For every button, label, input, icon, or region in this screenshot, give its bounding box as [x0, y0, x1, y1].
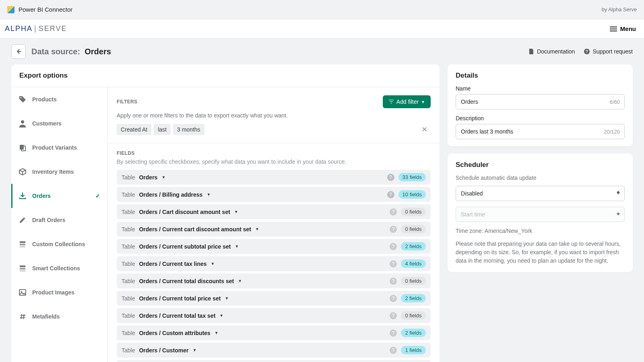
sidebar-item-smart[interactable]: Smart Collections: [11, 256, 107, 280]
sidebar-item-custom[interactable]: Custom Collections: [11, 232, 107, 256]
field-count-badge: 2 fields: [401, 242, 426, 251]
chevron-down-icon: ▼: [211, 261, 215, 266]
table-name: Orders / Current total discounts set: [139, 278, 234, 284]
help-icon[interactable]: ?: [390, 226, 397, 233]
field-table-row[interactable]: TableOrders / Current total price set▼?2…: [117, 291, 431, 306]
field-count-badge: 0 fields: [401, 311, 426, 320]
field-count-badge: 2 fields: [401, 294, 426, 302]
help-icon[interactable]: ?: [387, 191, 394, 198]
filters-description: Apply one or more filters to the data to…: [117, 112, 431, 119]
export-options-title: Export options: [11, 64, 440, 87]
field-table-row[interactable]: TableOrders / Current total discounts se…: [117, 274, 431, 288]
breadcrumb-name: Orders: [85, 47, 111, 56]
field-table-row[interactable]: TableOrders / Current total tax set▼?0 f…: [117, 308, 431, 323]
table-prefix: Table: [122, 191, 135, 198]
filter-chip[interactable]: 3 months: [173, 124, 204, 135]
chevron-down-icon: ▼: [234, 210, 238, 214]
stack-icon: [19, 240, 27, 248]
table-prefix: Table: [122, 226, 135, 232]
field-table-row[interactable]: TableOrders / Customer journey▼?2 fields: [117, 360, 431, 362]
user-icon: [19, 119, 27, 128]
table-name: Orders / Current subtotal price set: [139, 243, 231, 250]
support-link[interactable]: ? Support request: [584, 48, 633, 55]
help-icon[interactable]: ?: [390, 278, 397, 285]
sidebar-item-orders[interactable]: Orders✓: [11, 184, 107, 208]
sidebar-item-images[interactable]: Product Images: [11, 280, 107, 304]
sidebar-item-label: Customers: [32, 120, 62, 127]
export-side-nav: ProductsCustomersProduct VariantsInvento…: [11, 87, 108, 362]
field-table-row[interactable]: TableOrders / Current cart discount amou…: [117, 222, 431, 237]
sidebar-item-customers[interactable]: Customers: [11, 111, 107, 136]
help-icon[interactable]: ?: [390, 295, 397, 302]
documentation-link[interactable]: Documentation: [528, 48, 575, 55]
table-name: Orders: [139, 174, 157, 181]
sidebar-item-label: Custom Collections: [32, 241, 85, 247]
table-name: Orders / Current total price set: [139, 295, 221, 302]
fields-description: By selecting specific checkboxes, specif…: [117, 158, 431, 165]
stack-icon: [19, 264, 27, 272]
brand-logo: ALPHA | SERVE: [5, 25, 67, 33]
vendor-label: by Alpha Serve: [602, 6, 637, 12]
help-icon[interactable]: ?: [390, 329, 397, 337]
help-icon[interactable]: ?: [390, 208, 397, 216]
back-button[interactable]: [11, 44, 26, 59]
table-name: Orders / Customer: [139, 347, 188, 354]
add-filter-button[interactable]: Add filter ▼: [383, 95, 431, 108]
scheduler-interval-select[interactable]: Disabled: [456, 186, 625, 201]
sidebar-item-metafields[interactable]: Metafields: [11, 304, 107, 329]
sidebar-item-label: Draft Orders: [32, 217, 65, 223]
field-table-row[interactable]: TableOrders / Custom attributes▼?2 field…: [117, 325, 431, 340]
chevron-down-icon: ▼: [235, 244, 239, 249]
sidebar-item-products[interactable]: Products: [11, 87, 107, 111]
sidebar-item-label: Product Variants: [32, 144, 77, 151]
svg-rect-7: [20, 244, 25, 245]
support-label: Support request: [592, 48, 633, 55]
field-table-row[interactable]: TableOrders / Customer▼?1 fields: [117, 343, 431, 358]
menu-label: Menu: [620, 25, 636, 32]
filters-heading: FILTERS: [117, 99, 137, 105]
arrow-left-icon: [15, 48, 22, 55]
description-input[interactable]: [456, 124, 625, 139]
help-icon[interactable]: ?: [387, 174, 394, 181]
name-input[interactable]: [456, 94, 625, 109]
field-table-row[interactable]: TableOrders / Cart discount amount set▼?…: [117, 204, 431, 219]
remove-filter-button[interactable]: ✕: [418, 123, 431, 136]
table-prefix: Table: [122, 313, 135, 319]
field-count-badge: 0 fields: [401, 277, 426, 285]
box-icon: [19, 168, 27, 176]
scheduler-start-time-select[interactable]: Start time: [456, 207, 625, 222]
filter-chip[interactable]: Created At: [117, 124, 151, 135]
global-topbar: Power BI Connector by Alpha Serve: [0, 0, 644, 19]
divider: [108, 143, 440, 143]
svg-point-2: [21, 97, 22, 99]
menu-button[interactable]: Menu: [604, 22, 642, 36]
scheduler-description: Schedule automatic data update: [456, 175, 625, 181]
filter-chip[interactable]: last: [154, 124, 171, 135]
field-table-row[interactable]: TableOrders / Billing address▼?10 fields: [117, 187, 431, 202]
app-icon: [7, 6, 14, 13]
export-options-card: Export options ProductsCustomersProduct …: [11, 64, 440, 362]
logo-part-b: SERVE: [39, 25, 67, 33]
help-icon[interactable]: ?: [390, 312, 397, 319]
documentation-label: Documentation: [537, 48, 575, 55]
app-header: ALPHA | SERVE Menu: [0, 19, 644, 39]
field-table-row[interactable]: TableOrders / Current tax lines▼?4 field…: [117, 256, 431, 271]
field-table-row[interactable]: TableOrders▼?33 fields: [117, 170, 431, 185]
filter-icon: [388, 99, 394, 105]
sidebar-item-inventory[interactable]: Inventory Items: [11, 160, 107, 184]
import-icon: [19, 192, 27, 200]
sidebar-item-variants[interactable]: Product Variants: [11, 136, 107, 160]
add-filter-label: Add filter: [396, 99, 419, 105]
image-icon: [19, 288, 27, 296]
sidebar-item-label: Smart Collections: [32, 265, 80, 272]
field-table-row[interactable]: TableOrders / Current subtotal price set…: [117, 239, 431, 254]
chevron-down-icon: ▼: [421, 100, 425, 104]
sidebar-item-draft[interactable]: Draft Orders: [11, 208, 107, 232]
help-icon[interactable]: ?: [390, 260, 397, 267]
table-prefix: Table: [122, 174, 135, 181]
help-icon[interactable]: ?: [390, 347, 397, 354]
sidebar-item-label: Orders: [32, 193, 51, 199]
field-count-badge: 33 fields: [398, 173, 426, 181]
description-char-counter: 20/120: [604, 129, 620, 135]
help-icon[interactable]: ?: [390, 243, 397, 250]
